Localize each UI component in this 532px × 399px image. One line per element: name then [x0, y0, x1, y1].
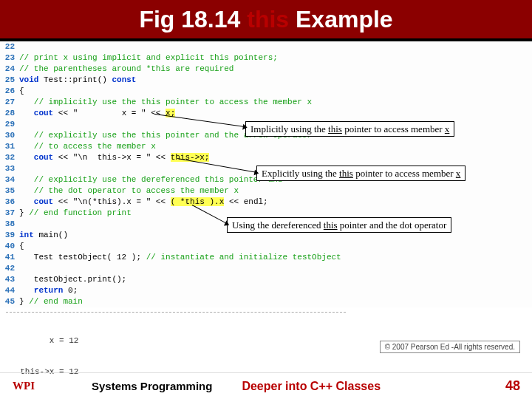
line-number: 28 — [3, 108, 19, 119]
output-line: x = 12 — [10, 335, 341, 346]
line-number: 27 — [3, 97, 19, 108]
line-number: 30 — [3, 130, 19, 141]
line-number: 25 — [3, 75, 19, 86]
line-number: 31 — [3, 141, 19, 152]
title-keyword: this — [247, 6, 289, 33]
title-post: Example — [289, 6, 393, 33]
copyright-notice: © 2007 Pearson Ed -All rights reserved. — [380, 341, 520, 353]
title-pre: Fig 18.14 — [139, 6, 247, 33]
line-number: 45 — [3, 296, 19, 307]
title-bar: Fig 18.14 this Example — [0, 0, 532, 41]
line-number: 42 — [3, 263, 19, 274]
line-number: 39 — [3, 230, 19, 241]
footer: WPI Systems Programming Deeper into C++ … — [0, 372, 532, 399]
line-number: 33 — [3, 163, 19, 174]
line-number: 32 — [3, 152, 19, 163]
line-number: 24 — [3, 64, 19, 75]
slide-title: Fig 18.14 this Example — [139, 6, 392, 33]
line-number: 29 — [3, 119, 19, 130]
footer-left: Systems Programming — [92, 380, 212, 392]
line-number: 44 — [3, 285, 19, 296]
callout-implicit: Implicitly using the this pointer to acc… — [245, 121, 454, 137]
line-number: 37 — [3, 208, 19, 219]
wpi-logo: WPI — [7, 377, 40, 396]
line-number: 43 — [3, 274, 19, 285]
line-number: 34 — [3, 174, 19, 185]
footer-center: Deeper into C++ Classes — [242, 380, 505, 393]
line-number: 36 — [3, 197, 19, 208]
line-number: 22 — [3, 41, 19, 52]
line-number: 26 — [3, 86, 19, 97]
line-number: 38 — [3, 219, 19, 230]
line-number: 40 — [3, 241, 19, 252]
line-number: 35 — [3, 185, 19, 197]
line-number: 23 — [3, 52, 19, 64]
callout-explicit: Explicitly using the this pointer to acc… — [256, 166, 466, 181]
page-number: 48 — [505, 378, 520, 394]
line-number: 41 — [3, 252, 19, 263]
callout-deref: Using the dereferenced this pointer and … — [227, 217, 451, 233]
code-listing: 22 23// print x using implicit and expli… — [0, 41, 532, 307]
